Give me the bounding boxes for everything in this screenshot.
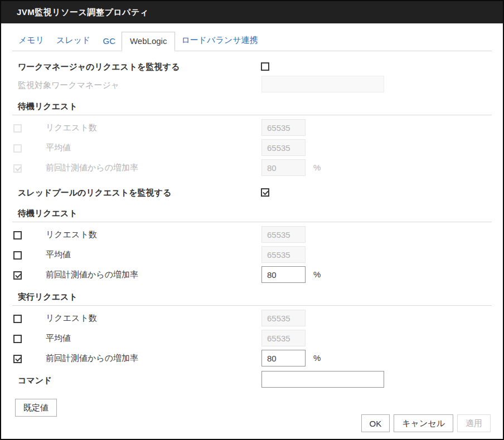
wm-wait-average-label: 平均値 (46, 143, 71, 153)
tp-wait-average-label: 平均値 (46, 250, 71, 260)
window-title: JVM監視リソース調整プロパティ (1, 1, 503, 23)
row-tp-wait-average: 平均値 (1, 245, 503, 265)
row-tp-run-request-count: リクエスト数 (1, 309, 503, 329)
tp-wait-increase-rate-unit: % (313, 270, 321, 279)
wm-wait-request-count-checkbox (13, 124, 22, 133)
tp-run-request-count-checkbox[interactable] (13, 315, 22, 323)
monitor-thread-pool-checkbox[interactable] (261, 188, 269, 197)
tp-run-increase-rate-checkbox[interactable] (13, 355, 22, 363)
tab-memory[interactable]: メモリ (12, 31, 50, 51)
row-target-work-manager: 監視対象ワークマネージャ (1, 76, 503, 95)
tab-gc[interactable]: GC (96, 32, 122, 51)
row-tp-wait-increase-rate: 前回計測値からの増加率 % (1, 265, 503, 285)
target-work-manager-label: 監視対象ワークマネージャ (18, 80, 119, 91)
tp-wait-increase-rate-label: 前回計測値からの増加率 (46, 270, 138, 280)
tp-wait-increase-rate-checkbox[interactable] (13, 271, 22, 280)
row-wm-wait-increase-rate: 前回計測値からの増加率 % (1, 158, 503, 178)
default-values-button[interactable]: 既定値 (15, 399, 57, 417)
tp-run-request-count-label: リクエスト数 (46, 313, 97, 324)
tp-wait-request-count-input (261, 226, 306, 243)
row-wm-wait-request-count: リクエスト数 (1, 118, 503, 138)
wm-wait-increase-rate-label: 前回計測値からの増加率 (46, 163, 138, 173)
tab-load-balancer[interactable]: ロードバランサ連携 (175, 31, 264, 51)
command-input[interactable] (261, 371, 384, 388)
tp-wait-increase-rate-input[interactable] (261, 266, 306, 283)
tp-wait-average-input (261, 246, 306, 263)
wm-wait-request-count-input (261, 119, 306, 136)
apply-button: 適用 (457, 414, 491, 432)
section-wm-wait-requests: 待機リクエスト (12, 99, 492, 115)
section-tp-wait-requests: 待機リクエスト (12, 206, 492, 222)
wm-wait-average-checkbox (13, 144, 22, 153)
monitor-work-manager-checkbox[interactable] (261, 62, 269, 71)
target-work-manager-input (261, 76, 384, 92)
footer-buttons: OK キャンセル 適用 (361, 414, 491, 432)
monitor-work-manager-label: ワークマネージャのリクエストを監視する (18, 62, 180, 72)
tp-wait-rows: リクエスト数 平均値 前回計測値からの増加率 % (1, 225, 503, 285)
cancel-button[interactable]: キャンセル (394, 414, 453, 432)
row-command: コマンド (1, 371, 503, 392)
tp-wait-request-count-checkbox[interactable] (13, 231, 22, 239)
tp-run-increase-rate-input[interactable] (261, 350, 306, 366)
tp-run-rows: リクエスト数 平均値 前回計測値からの増加率 % (1, 309, 503, 369)
wm-wait-average-input (261, 139, 306, 156)
tp-wait-average-checkbox[interactable] (13, 251, 22, 260)
row-tp-run-average: 平均値 (1, 329, 503, 349)
wm-wait-request-count-label: リクエスト数 (46, 123, 97, 133)
tab-thread[interactable]: スレッド (50, 31, 96, 51)
tp-run-request-count-input (261, 310, 306, 326)
tp-run-increase-rate-unit: % (313, 353, 321, 363)
row-wm-wait-average: 平均値 (1, 138, 503, 158)
wm-wait-increase-rate-input (261, 159, 306, 176)
wm-wait-increase-rate-unit: % (313, 163, 321, 172)
tp-run-average-input (261, 330, 306, 346)
monitor-thread-pool-label: スレッドプールのリクエストを監視する (18, 188, 171, 198)
tp-run-increase-rate-label: 前回計測値からの増加率 (46, 353, 138, 364)
row-tp-run-increase-rate: 前回計測値からの増加率 % (1, 349, 503, 369)
wm-wait-increase-rate-checkbox (13, 164, 22, 173)
row-tp-wait-request-count: リクエスト数 (1, 225, 503, 245)
row-monitor-thread-pool: スレッドプールのリクエストを監視する (1, 185, 503, 202)
tp-run-average-label: 平均値 (46, 333, 71, 344)
tp-wait-request-count-label: リクエスト数 (46, 229, 97, 240)
ok-button[interactable]: OK (361, 414, 390, 432)
tab-strip: メモリ スレッド GC WebLogic ロードバランサ連携 (12, 31, 492, 51)
wm-wait-rows: リクエスト数 平均値 前回計測値からの増加率 % (1, 118, 503, 178)
command-label: コマンド (18, 375, 52, 386)
tp-run-average-checkbox[interactable] (13, 335, 22, 343)
jvm-monitor-resource-properties-dialog: JVM監視リソース調整プロパティ メモリ スレッド GC WebLogic ロー… (0, 0, 504, 440)
tab-weblogic[interactable]: WebLogic (122, 32, 175, 51)
row-monitor-work-manager: ワークマネージャのリクエストを監視する (1, 59, 503, 76)
section-tp-run-requests: 実行リクエスト (12, 290, 492, 306)
